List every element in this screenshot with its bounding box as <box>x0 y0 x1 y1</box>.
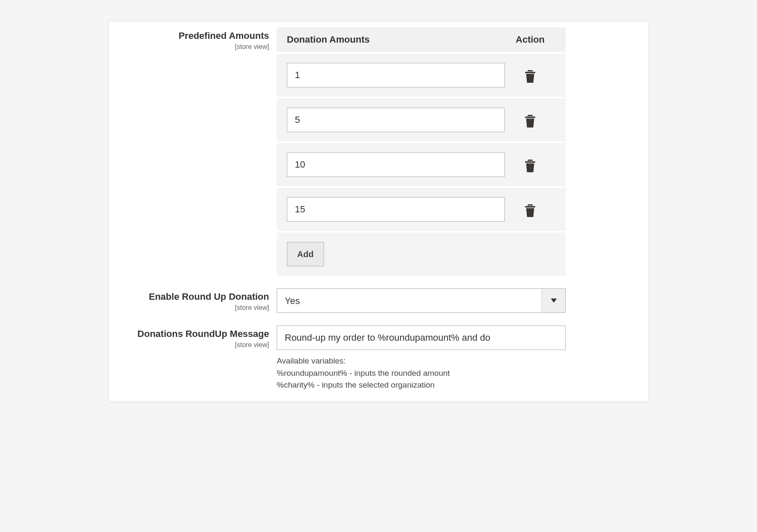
label-column: Donations RoundUp Message [store view] <box>116 326 277 349</box>
delete-amount-button[interactable] <box>524 202 536 217</box>
donation-amount-row <box>277 186 566 231</box>
delete-amount-button[interactable] <box>524 157 536 172</box>
note-line-1: %roundupamount% - inputs the rounded amo… <box>277 367 566 380</box>
roundup-message-label: Donations RoundUp Message <box>116 328 269 340</box>
enable-roundup-select[interactable]: YesNo <box>277 289 565 312</box>
roundup-message-note: Available variables: %roundupamount% - i… <box>277 355 566 391</box>
roundup-message-scope: [store view] <box>116 341 269 349</box>
predefined-amounts-label: Predefined Amounts <box>116 30 269 42</box>
delete-amount-button[interactable] <box>524 68 536 83</box>
donation-amount-action-cell <box>505 112 555 128</box>
value-column: Available variables: %roundupamount% - i… <box>277 326 641 391</box>
value-column: Donation Amounts Action Add <box>277 27 641 276</box>
svg-rect-6 <box>528 204 533 206</box>
row-enable-roundup: Enable Round Up Donation [store view] Ye… <box>116 288 641 313</box>
donation-amount-input[interactable] <box>287 108 505 132</box>
trash-icon <box>525 70 535 83</box>
enable-roundup-label: Enable Round Up Donation <box>116 291 269 303</box>
trash-icon <box>525 160 535 172</box>
label-column: Enable Round Up Donation [store view] <box>116 288 277 312</box>
donation-amount-input[interactable] <box>287 152 505 177</box>
svg-rect-0 <box>528 70 533 71</box>
donation-amounts-table: Donation Amounts Action Add <box>277 27 566 276</box>
donation-amount-row <box>277 141 566 186</box>
svg-rect-4 <box>528 160 533 161</box>
donation-amount-input[interactable] <box>287 63 505 87</box>
row-roundup-message: Donations RoundUp Message [store view] A… <box>116 326 641 391</box>
trash-icon <box>525 204 535 217</box>
settings-card: Predefined Amounts [store view] Donation… <box>108 21 649 402</box>
add-row: Add <box>277 231 566 276</box>
delete-amount-button[interactable] <box>524 112 536 128</box>
roundup-message-input[interactable] <box>277 326 566 350</box>
row-predefined-amounts: Predefined Amounts [store view] Donation… <box>116 27 641 276</box>
svg-rect-7 <box>525 206 535 208</box>
note-title: Available variables: <box>277 355 566 367</box>
donation-amount-row <box>277 52 566 97</box>
donation-amount-action-cell <box>505 202 555 217</box>
header-donation-amounts: Donation Amounts <box>287 34 505 45</box>
trash-icon <box>525 115 535 128</box>
label-column: Predefined Amounts [store view] <box>116 27 277 51</box>
header-action: Action <box>505 34 555 45</box>
enable-roundup-select-wrap: YesNo <box>277 288 566 313</box>
donation-amount-action-cell <box>505 157 555 172</box>
donation-amount-action-cell <box>505 68 555 83</box>
svg-rect-1 <box>525 72 535 73</box>
predefined-amounts-scope: [store view] <box>116 43 269 51</box>
note-line-2: %charity% - inputs the selected organiza… <box>277 379 566 391</box>
svg-rect-2 <box>528 115 533 116</box>
donation-amount-row <box>277 97 566 141</box>
enable-roundup-scope: [store view] <box>116 304 269 312</box>
svg-rect-3 <box>525 117 535 118</box>
add-button[interactable]: Add <box>287 242 324 266</box>
svg-rect-5 <box>525 161 535 163</box>
donation-amount-input[interactable] <box>287 197 505 222</box>
donation-amounts-header: Donation Amounts Action <box>277 27 566 52</box>
value-column: YesNo <box>277 288 641 313</box>
